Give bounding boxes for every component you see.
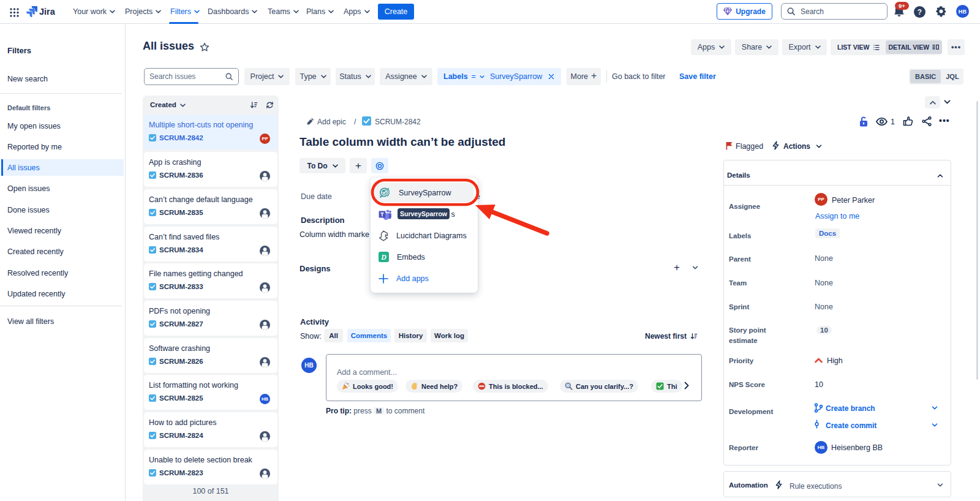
svg-text:D: D [380,253,386,262]
